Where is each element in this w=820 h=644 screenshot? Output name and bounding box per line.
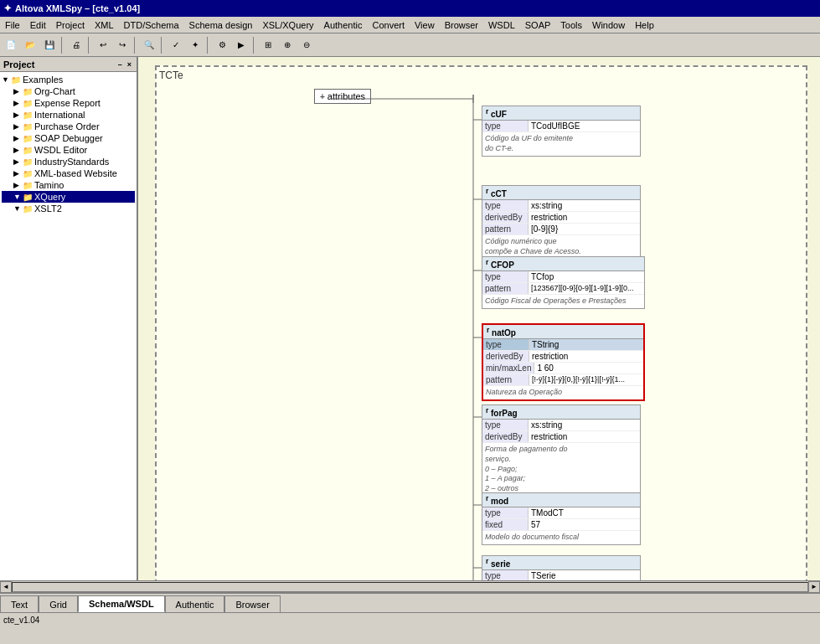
tree-item-xslt2[interactable]: ▼ 📁 XSLT2 — [2, 203, 135, 214]
project-close-btn[interactable]: × — [126, 60, 133, 69]
tree-expand-purchase[interactable]: ▶ — [13, 122, 21, 131]
menu-item-convert[interactable]: Convert — [367, 17, 410, 33]
toolbar-collapse[interactable]: ⊖ — [297, 36, 316, 54]
menu-item-xslxquery[interactable]: XSL/XQuery — [257, 17, 318, 33]
toolbar-new[interactable]: 📄 — [2, 36, 20, 54]
field-key-natop-derived: derivedBy — [483, 351, 529, 362]
tree-expand-examples[interactable]: ▼ — [2, 75, 9, 84]
field-row-cct-derived: derivedBy restriction — [482, 212, 640, 224]
tab-text[interactable]: Text — [0, 595, 39, 612]
field-box-mod[interactable]: r mod type TModCT fixed 57 Modelo do doc… — [482, 492, 641, 545]
field-row-forpag-type: type xs:string — [482, 420, 640, 431]
tab-browser[interactable]: Browser — [224, 595, 280, 612]
field-row-natop-minmax: min/maxLen 1 60 — [483, 363, 643, 374]
menu-item-help[interactable]: Help — [630, 17, 659, 33]
tree-expand-soap[interactable]: ▶ — [13, 134, 21, 142]
toolbar-open[interactable]: 📂 — [21, 36, 39, 54]
field-box-natop[interactable]: r natOp type TString derivedBy restricti… — [482, 323, 645, 401]
menu-item-edit[interactable]: Edit — [25, 17, 51, 33]
field-box-forpag[interactable]: r forPag type xs:string derivedBy restri… — [482, 404, 641, 497]
field-val-natop-minmax: 1 60 — [534, 363, 643, 374]
tree-expand-org[interactable]: ▶ — [13, 87, 21, 95]
toolbar-xslt[interactable]: ⚙ — [213, 36, 231, 54]
field-val-natop-pattern: [!-ÿ]{1}[-ÿ]{0,}[!-ÿ]{1}|[!-ÿ]{1... — [529, 374, 643, 385]
toolbar-expand[interactable]: ⊕ — [278, 36, 297, 54]
toolbar-find[interactable]: 🔍 — [140, 36, 158, 54]
tree-item-org-chart[interactable]: ▶ 📁 Org-Chart — [2, 85, 135, 97]
field-key-cct-pattern: pattern — [482, 224, 529, 234]
h-scroll-track[interactable] — [12, 582, 808, 592]
folder-icon-xquery: 📁 — [23, 193, 33, 202]
field-row-natop-pattern: pattern [!-ÿ]{1}[-ÿ]{0,}[!-ÿ]{1}|[!-ÿ]{1… — [483, 374, 643, 386]
field-title-cfop: r CFOP — [482, 257, 644, 271]
field-box-cct[interactable]: r cCT type xs:string derivedBy restricti… — [482, 185, 641, 260]
tree-label-tamino: Tamino — [34, 180, 64, 190]
tab-grid[interactable]: Grid — [39, 595, 78, 612]
menu-item-project[interactable]: Project — [51, 17, 90, 33]
attributes-box[interactable]: + attributes — [314, 89, 371, 104]
h-scroll-right[interactable]: ► — [808, 581, 820, 593]
tree-expand-expense[interactable]: ▶ — [13, 99, 21, 107]
menu-item-authentic[interactable]: Authentic — [319, 17, 368, 33]
app-icon: ✦ — [3, 3, 12, 14]
tree-item-purchase-order[interactable]: ▶ 📁 Purchase Order — [2, 121, 135, 132]
menu-item-browser[interactable]: Browser — [440, 17, 483, 33]
tree-item-expense[interactable]: ▶ 📁 Expense Report — [2, 97, 135, 109]
project-minimize-btn[interactable]: – — [116, 60, 124, 69]
toolbar-wf[interactable]: ✦ — [186, 36, 204, 54]
tree-expand-xquery[interactable]: ▼ — [13, 193, 21, 201]
tree-item-industry[interactable]: ▶ 📁 IndustryStandards — [2, 156, 135, 167]
tree-label-expense: Expense Report — [34, 98, 101, 108]
field-row-serie-type: type TSerie — [482, 570, 640, 580]
cfop-superscript: r — [486, 258, 488, 266]
menu-item-wsdl[interactable]: WSDL — [483, 17, 520, 33]
schema-view: TCTe + attributes — [138, 57, 820, 580]
menu-item-file[interactable]: File — [0, 17, 25, 33]
field-key-mod-fixed: fixed — [482, 519, 529, 530]
toolbar-schema-view[interactable]: ⊞ — [259, 36, 277, 54]
bottom-tab-bar: Text Grid Schema/WSDL Authentic Browser — [0, 592, 820, 612]
tree-expand-industry[interactable]: ▶ — [13, 157, 21, 166]
h-scroll-left[interactable]: ◄ — [0, 581, 12, 593]
tree-item-tamino[interactable]: ▶ 📁 Tamino — [2, 179, 135, 191]
tree-item-international[interactable]: ▶ 📁 International — [2, 109, 135, 121]
field-row-cfop-pattern: pattern [123567][0-9]{0-9][1-9][1-9][0..… — [482, 283, 644, 295]
toolbar-valid[interactable]: ✓ — [167, 36, 185, 54]
menu-item-schemadesign[interactable]: Schema design — [184, 17, 258, 33]
tree-item-wsdl[interactable]: ▶ 📁 WSDL Editor — [2, 144, 135, 156]
toolbar-save[interactable]: 💾 — [40, 36, 59, 54]
toolbar-redo[interactable]: ↪ — [113, 36, 132, 54]
field-desc-cct: Código numérico quecompõe a Chave de Ace… — [482, 235, 640, 258]
tree-expand-xml-website[interactable]: ▶ — [13, 169, 21, 178]
menu-item-soap[interactable]: SOAP — [520, 17, 556, 33]
field-title-cuf: r cUF — [482, 106, 640, 121]
folder-icon-examples: 📁 — [11, 75, 21, 85]
tab-authentic[interactable]: Authentic — [165, 595, 225, 612]
field-key-cfop-type: type — [482, 271, 529, 282]
tree-item-soap[interactable]: ▶ 📁 SOAP Debugger — [2, 132, 135, 144]
field-val-serie-type: TSerie — [529, 570, 640, 580]
tree-item-examples[interactable]: ▼ 📁 Examples — [2, 74, 135, 85]
menu-item-view[interactable]: View — [410, 17, 440, 33]
toolbar-run[interactable]: ▶ — [232, 36, 250, 54]
schema-root-label: TCTe — [159, 70, 183, 81]
field-box-serie[interactable]: r serie type TSerie pattern 0|[1-9]{1}[0… — [482, 555, 641, 580]
status-filename: cte_v1.04 — [3, 616, 39, 625]
tree-expand-xslt2[interactable]: ▼ — [13, 204, 21, 213]
tree-expand-wsdl[interactable]: ▶ — [13, 146, 21, 154]
field-val-mod-fixed: 57 — [529, 519, 640, 530]
tree-expand-international[interactable]: ▶ — [13, 111, 21, 119]
tree-expand-tamino[interactable]: ▶ — [13, 181, 21, 189]
menu-item-tools[interactable]: Tools — [555, 17, 587, 33]
attributes-label: attributes — [327, 91, 365, 101]
menu-item-dtdschema[interactable]: DTD/Schema — [119, 17, 184, 33]
menu-item-window[interactable]: Window — [587, 17, 630, 33]
field-box-cfop[interactable]: r CFOP type TCfop pattern [123567][0-9]{… — [482, 256, 645, 309]
tree-item-xquery[interactable]: ▼ 📁 XQuery — [2, 191, 135, 203]
menu-item-xml[interactable]: XML — [90, 17, 119, 33]
tab-schema-wsdl[interactable]: Schema/WSDL — [78, 595, 165, 612]
toolbar-print[interactable]: 🖨 — [67, 36, 85, 54]
field-box-cuf[interactable]: r cUF type TCodUfIBGE Código da UF do em… — [482, 106, 641, 157]
toolbar-undo[interactable]: ↩ — [94, 36, 112, 54]
tree-item-xml-website[interactable]: ▶ 📁 XML-based Website — [2, 167, 135, 179]
